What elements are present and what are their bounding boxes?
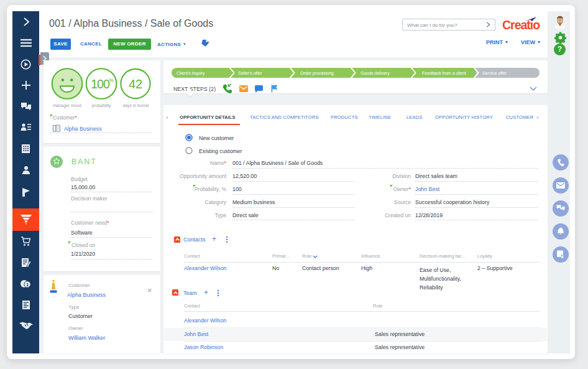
- svg-text:100: 100: [91, 77, 110, 91]
- svg-text:Seller's offer: Seller's offer: [238, 71, 262, 75]
- svg-text:%: %: [109, 77, 114, 83]
- svg-text:1: 1: [26, 282, 29, 287]
- svg-text:Order processing: Order processing: [300, 71, 334, 76]
- svg-text:42: 42: [129, 77, 142, 91]
- svg-text:Client's inquiry: Client's inquiry: [177, 71, 205, 76]
- svg-text:Goods delivery: Goods delivery: [361, 71, 390, 76]
- svg-text:Service offer: Service offer: [482, 71, 507, 75]
- svg-text:Feedback from a client: Feedback from a client: [422, 71, 466, 75]
